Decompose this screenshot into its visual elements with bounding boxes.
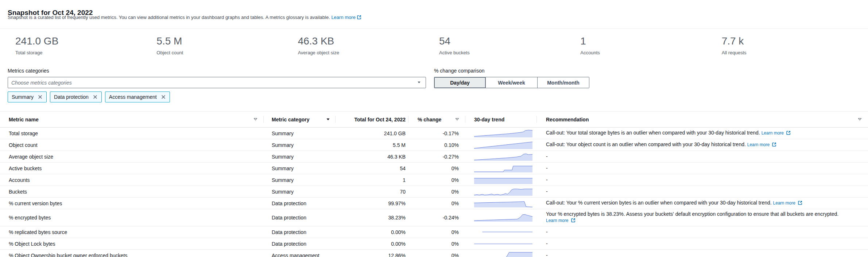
recommendation-cell: -: [537, 250, 868, 257]
learn-more-link[interactable]: Learn more: [762, 131, 791, 136]
filter-funnel-icon[interactable]: [455, 117, 460, 122]
filter-token: Data protection: [50, 91, 102, 102]
total-cell: 54: [336, 163, 408, 174]
external-link-icon: [786, 131, 791, 137]
learn-more-link[interactable]: Learn more: [546, 218, 576, 223]
recommendation-text: Your % encrypted bytes is 38.23%. Assess…: [546, 211, 838, 217]
learn-more-link[interactable]: Learn more: [331, 15, 361, 20]
page-description-text: Snapshot is a curated list of frequently…: [8, 15, 330, 20]
total-cell: 12.86%: [336, 250, 408, 257]
remove-token-icon[interactable]: [93, 94, 98, 100]
filter-token-label: Summary: [12, 94, 34, 100]
learn-more-link[interactable]: Learn more: [773, 200, 803, 206]
total-cell: 0.00%: [336, 238, 408, 249]
table-row: % encrypted bytes Data protection 38.23%…: [0, 209, 868, 226]
total-cell: 241.0 GB: [336, 128, 408, 139]
metric-category-cell: Summary: [264, 128, 336, 139]
trend-cell: [465, 226, 537, 238]
external-link-icon: [571, 218, 576, 224]
metric-category-cell: Summary: [264, 163, 336, 174]
metric-category-cell: Data protection: [264, 198, 336, 209]
stat-label: Accounts: [580, 50, 721, 55]
stat-value: 7.7 k: [722, 35, 863, 47]
selected-filter-tokens: Summary Data protection Access managemen…: [8, 91, 170, 102]
recommendation-text: -: [546, 252, 548, 257]
column-header-metric-category[interactable]: Metric category: [264, 112, 336, 127]
table-row: % Object Ownership bucket owner enforced…: [0, 250, 868, 257]
learn-more-link[interactable]: Learn more: [747, 142, 777, 147]
recommendation-cell: Call-out: Your % current version bytes i…: [537, 198, 868, 209]
metric-name-cell: % encrypted bytes: [0, 209, 264, 226]
column-header-recommendation: Recommendation: [537, 112, 868, 127]
recommendation-cell: -: [537, 186, 868, 197]
metric-name-cell: % Object Ownership bucket owner enforced…: [0, 250, 264, 257]
metric-name-cell: Active buckets: [0, 163, 264, 174]
trend-sparkline: [474, 214, 532, 222]
table-row: Accounts Summary 1 0% -: [0, 174, 868, 186]
trend-sparkline: [474, 176, 532, 184]
recommendation-cell: Your % encrypted bytes is 38.23%. Assess…: [537, 209, 868, 226]
recommendation-text: -: [546, 177, 548, 183]
caret-down-icon[interactable]: [326, 117, 330, 122]
remove-token-icon[interactable]: [38, 94, 43, 100]
column-header-total: Total for Oct 24, 2022: [336, 112, 408, 127]
metric-category-cell: Summary: [264, 174, 336, 186]
recommendation-text: -: [546, 188, 548, 194]
trend-cell: [465, 128, 537, 139]
change-cell: 0%: [408, 226, 465, 238]
stat-label: All requests: [722, 50, 863, 55]
change-cell: 0%: [408, 198, 465, 209]
column-header-change: % change: [408, 112, 465, 127]
metric-category-cell: Access management: [264, 250, 336, 257]
metric-name-cell: Object count: [0, 139, 264, 151]
metrics-categories-select[interactable]: Choose metrics categories: [8, 77, 426, 88]
comparison-segment-button[interactable]: Day/day: [434, 77, 486, 88]
table-row: Total storage Summary 241.0 GB -0.17% Ca…: [0, 128, 868, 139]
table-row: Active buckets Summary 54 0% -: [0, 163, 868, 174]
stat-label: Object count: [156, 50, 298, 55]
table-row: % Object Lock bytes Data protection 0.00…: [0, 238, 868, 250]
comparison-segment-button[interactable]: Month/month: [538, 77, 589, 88]
stat-value: 54: [439, 35, 580, 47]
trend-sparkline: [474, 240, 532, 248]
filter-funnel-icon[interactable]: [857, 117, 862, 122]
trend-cell: [465, 186, 537, 197]
stat-label: Total storage: [15, 50, 156, 55]
recommendation-text: Call-out: Your % current version bytes i…: [546, 200, 772, 206]
metric-name-cell: Buckets: [0, 186, 264, 197]
trend-sparkline: [474, 252, 532, 257]
metric-category-cell: Summary: [264, 186, 336, 197]
change-cell: 0%: [408, 163, 465, 174]
recommendation-cell: -: [537, 163, 868, 174]
trend-cell: [465, 198, 537, 209]
change-cell: -0.27%: [408, 151, 465, 162]
recommendation-cell: -: [537, 238, 868, 249]
filter-token: Access management: [105, 91, 170, 102]
table-header: Metric name Metric category Total for Oc…: [0, 112, 868, 128]
metric-category-cell: Data protection: [264, 238, 336, 249]
total-cell: 46.3 KB: [336, 151, 408, 162]
total-cell: 0.00%: [336, 226, 408, 238]
comparison-label: % change comparison: [434, 68, 485, 74]
trend-sparkline: [474, 188, 532, 196]
stat-value: 241.0 GB: [15, 35, 156, 47]
trend-cell: [465, 163, 537, 174]
filter-funnel-icon[interactable]: [253, 117, 258, 122]
metrics-table: Metric name Metric category Total for Oc…: [0, 111, 868, 257]
remove-token-icon[interactable]: [161, 94, 166, 100]
trend-cell: [465, 238, 537, 249]
table-row: Object count Summary 5.5 M 0.10% Call-ou…: [0, 139, 868, 151]
metric-name-cell: Total storage: [0, 128, 264, 139]
table-row: Average object size Summary 46.3 KB -0.2…: [0, 151, 868, 163]
metric-name-cell: Average object size: [0, 151, 264, 162]
external-link-icon: [798, 200, 802, 207]
metric-name-cell: % current version bytes: [0, 198, 264, 209]
trend-cell: [465, 139, 537, 151]
table-row: Buckets Summary 70 0% -: [0, 186, 868, 198]
stats-row: 241.0 GB Total storage 5.5 M Object coun…: [15, 35, 863, 55]
column-header-trend: 30-day trend: [465, 112, 537, 127]
comparison-segment-button[interactable]: Week/week: [486, 77, 538, 88]
change-cell: -0.24%: [408, 209, 465, 226]
metric-category-cell: Summary: [264, 139, 336, 151]
metric-category-cell: Data protection: [264, 226, 336, 238]
